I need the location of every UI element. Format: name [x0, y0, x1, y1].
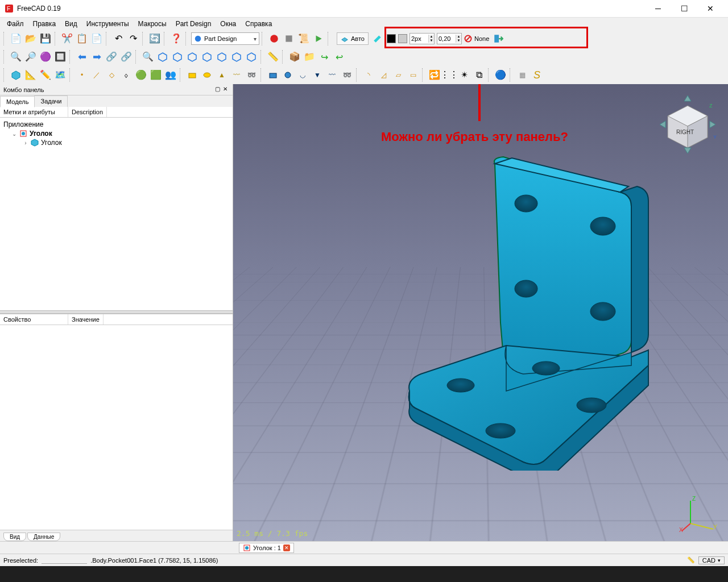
front-view-button[interactable] [171, 50, 184, 64]
tree-document[interactable]: ⌄ Уголок [3, 129, 229, 138]
new-file-button[interactable]: 📄 [9, 32, 23, 45]
iso-view-button[interactable] [156, 50, 169, 64]
mirror-button[interactable]: 🔁 [428, 68, 441, 82]
combo-float-button[interactable]: ▢ [213, 86, 221, 94]
working-plane-button[interactable]: Авто [337, 32, 369, 45]
subshapebinder-button[interactable]: 🟩 [149, 68, 163, 82]
clone-button[interactable]: 👥 [164, 68, 177, 82]
tree-root[interactable]: Приложение [3, 120, 229, 129]
refresh-button[interactable]: 🔄 [148, 32, 162, 45]
menu-windows[interactable]: Окна [216, 19, 241, 29]
3d-model[interactable] [375, 141, 671, 472]
menu-macros[interactable]: Макросы [134, 19, 171, 29]
rear-view-button[interactable] [215, 50, 229, 64]
menu-partdesign[interactable]: Part Design [171, 19, 216, 29]
fit-all-button[interactable]: 🔍 [9, 50, 23, 64]
left-view-button[interactable] [245, 50, 258, 64]
menu-file[interactable]: Файл [2, 19, 28, 29]
edit-sketch-button[interactable]: ✏️ [39, 68, 52, 82]
macro-list-button[interactable]: 📜 [297, 32, 311, 45]
group-button[interactable]: 📁 [303, 50, 316, 64]
document-tab-close-icon[interactable]: ✕ [283, 544, 290, 551]
datum-cs-button[interactable]: ⬨ [119, 68, 133, 82]
loft-sub-button[interactable]: ▼ [311, 68, 324, 82]
link-nav-button[interactable]: 🔗 [105, 50, 118, 64]
menu-tools[interactable]: Инструменты [82, 19, 134, 29]
workbench-selector[interactable]: Part Design [191, 32, 259, 45]
polar-pattern-button[interactable]: ✴ [457, 68, 471, 82]
toggle-grid-button[interactable]: ▦ [515, 68, 529, 82]
3d-viewport[interactable]: Можно ли убрать эту панель? RIGHT Z Y [233, 84, 728, 541]
shapebinder-button[interactable]: 🟢 [134, 68, 148, 82]
helix-add-button[interactable]: ➿ [245, 68, 258, 82]
construction-mode-button[interactable] [371, 32, 384, 45]
copy-button[interactable]: 📋 [75, 32, 89, 45]
macro-run-button[interactable] [312, 32, 325, 45]
tab-view[interactable]: Вид [3, 533, 26, 541]
menu-edit[interactable]: Правка [28, 19, 61, 29]
link-make-button[interactable]: ↪ [317, 50, 331, 64]
model-tree[interactable]: Приложение ⌄ Уголок › Уголок [0, 118, 233, 310]
link-nav2-button[interactable]: 🔗 [119, 50, 133, 64]
tab-tasks[interactable]: Задачи [34, 95, 68, 107]
measure-button[interactable]: 📏 [266, 50, 280, 64]
tree-expand-icon[interactable]: ⌄ [11, 131, 17, 137]
thickness-button[interactable]: ▭ [406, 68, 420, 82]
tree-expand-icon[interactable]: › [23, 140, 28, 146]
draw-style-button[interactable]: 🟣 [39, 50, 52, 64]
datum-point-button[interactable]: • [75, 68, 89, 82]
bottom-view-button[interactable] [230, 50, 243, 64]
tab-model[interactable]: Модель [0, 96, 35, 107]
pad-button[interactable] [185, 68, 199, 82]
status-dimension-icon[interactable]: 📏 [687, 556, 695, 564]
menu-view[interactable]: Вид [60, 19, 82, 29]
document-tab[interactable]: Уголок : 1 ✕ [239, 543, 294, 553]
combo-close-button[interactable]: ✕ [221, 86, 229, 94]
tab-data[interactable]: Данные [27, 533, 60, 541]
sketcher-icon[interactable]: S [530, 68, 544, 82]
datum-line-button[interactable]: ／ [90, 68, 104, 82]
create-body-button[interactable] [9, 68, 23, 82]
tree-body[interactable]: › Уголок [3, 138, 229, 147]
link-actions-button[interactable]: ↩ [332, 50, 346, 64]
hole-button[interactable] [281, 68, 295, 82]
groove-button[interactable]: ◡ [296, 68, 309, 82]
revolution-button[interactable] [200, 68, 214, 82]
create-sketch-button[interactable]: 📐 [24, 68, 38, 82]
redo-button[interactable]: ↷ [126, 32, 140, 45]
minimize-button[interactable]: ─ [645, 0, 671, 17]
part-group-button[interactable]: 📦 [288, 50, 301, 64]
whats-this-button[interactable]: ❓ [169, 32, 183, 45]
close-button[interactable]: ✕ [697, 0, 723, 17]
bounding-box-button[interactable]: 🔲 [53, 50, 67, 64]
navigation-cube[interactable]: RIGHT Z Y [656, 93, 719, 156]
open-file-button[interactable]: 📂 [24, 32, 38, 45]
cut-button[interactable]: ✂️ [60, 32, 74, 45]
map-sketch-button[interactable]: 🗺️ [53, 68, 67, 82]
datum-plane-button[interactable]: ◇ [105, 68, 118, 82]
zoom-button[interactable]: 🔍 [141, 50, 155, 64]
fit-selection-button[interactable]: 🔎 [24, 50, 38, 64]
fillet-button[interactable]: ◝ [362, 68, 375, 82]
boolean-button[interactable]: 🔵 [494, 68, 507, 82]
sweep-sub-button[interactable]: 〰 [325, 68, 339, 82]
multi-transform-button[interactable]: ⧉ [472, 68, 486, 82]
save-button[interactable]: 💾 [39, 32, 52, 45]
right-view-button[interactable] [200, 50, 214, 64]
loft-add-button[interactable]: ▲ [215, 68, 229, 82]
maximize-button[interactable]: ☐ [671, 0, 697, 17]
navigation-style-selector[interactable]: CAD ▾ [698, 556, 725, 564]
linear-pattern-button[interactable]: ⋮⋮ [442, 68, 456, 82]
nav-back-button[interactable]: ⬅ [75, 50, 89, 64]
paste-button[interactable]: 📄 [90, 32, 104, 45]
undo-button[interactable]: ↶ [111, 32, 125, 45]
chamfer-button[interactable]: ◿ [377, 68, 390, 82]
helix-sub-button[interactable]: ➿ [340, 68, 354, 82]
draft-button[interactable]: ▱ [391, 68, 405, 82]
sweep-add-button[interactable]: 〰 [230, 68, 243, 82]
nav-fwd-button[interactable]: ➡ [90, 50, 104, 64]
top-view-button[interactable] [185, 50, 199, 64]
macro-stop-button[interactable] [282, 32, 296, 45]
pocket-button[interactable] [266, 68, 280, 82]
macro-record-button[interactable] [267, 32, 281, 45]
